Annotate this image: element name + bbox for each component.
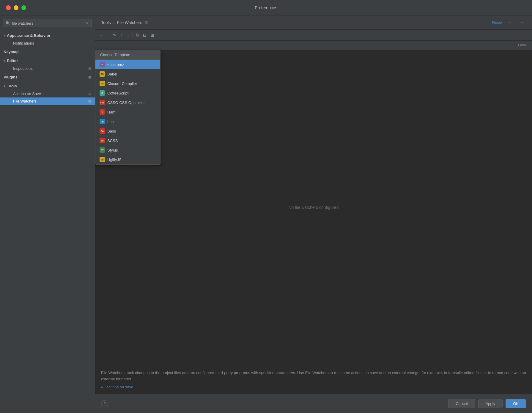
template-label: Closure Compiler xyxy=(107,81,137,86)
minimize-button[interactable] xyxy=(14,5,18,10)
title-bar: Preferences xyxy=(0,0,532,15)
sidebar-item-notifications[interactable]: Notifications xyxy=(0,40,95,47)
maximize-button[interactable] xyxy=(21,5,26,10)
template-item-less[interactable]: LE Less xyxy=(95,117,160,126)
all-actions-link[interactable]: All actions on save... xyxy=(101,385,136,389)
template-item-coffeescript[interactable]: C CoffeeScript xyxy=(95,88,160,98)
sidebar-section-appearance: ▾ Appearance & Behavior Notifications xyxy=(0,31,95,48)
table-container: Level Choose Template ≈ <custom> xyxy=(95,41,532,394)
expand-button[interactable]: ⊞ xyxy=(149,31,156,39)
description-text: File Watchers track changes to the proje… xyxy=(101,370,526,382)
template-item-scss[interactable]: SC SCSS xyxy=(95,136,160,145)
breadcrumb-parent: Tools xyxy=(101,20,111,25)
template-label: CoffeeScript xyxy=(107,91,128,95)
choose-template-header: Choose Template xyxy=(95,50,160,60)
sidebar-section-keymap: Keymap xyxy=(0,48,95,56)
main-container: 🔍 ✕ ▾ Appearance & Behavior Notification… xyxy=(0,15,532,413)
close-button[interactable] xyxy=(6,5,11,10)
sidebar-group-label: Tools xyxy=(7,84,17,88)
sidebar-section-editor: ▾ Editor Inspections ▤ xyxy=(0,56,95,73)
window-controls xyxy=(6,5,26,10)
clear-icon[interactable]: ✕ xyxy=(86,21,89,26)
scss-icon: SC xyxy=(100,138,105,143)
add-button[interactable]: + xyxy=(98,31,104,39)
sidebar-section-tools: ▾ Tools Actions on Save ▤ File Watchers … xyxy=(0,81,95,105)
help-button[interactable]: ? xyxy=(101,400,108,407)
collapse-button[interactable]: ⊟ xyxy=(141,31,148,39)
sidebar-item-keymap[interactable]: Keymap xyxy=(0,48,95,56)
settings-icon: ▤ xyxy=(88,99,91,103)
breadcrumb-current: File Watchers xyxy=(117,20,142,25)
csso-icon: CSS xyxy=(100,100,105,105)
sidebar-item-tools[interactable]: ▾ Tools xyxy=(0,82,95,90)
sass-icon: SA xyxy=(100,128,105,134)
settings-icon: ▤ xyxy=(88,75,91,79)
table-header: Level xyxy=(95,41,532,50)
table-body: Choose Template ≈ <custom> JS Babel xyxy=(95,50,532,365)
sidebar-item-file-watchers[interactable]: File Watchers ▤ xyxy=(0,97,95,105)
forward-button[interactable]: → xyxy=(518,19,526,26)
search-box[interactable]: 🔍 ✕ xyxy=(3,19,92,27)
template-label: SCSS xyxy=(107,138,118,143)
sidebar-item-label: Actions on Save xyxy=(13,92,88,96)
move-down-button[interactable]: ↓ xyxy=(125,31,131,39)
template-label: <custom> xyxy=(107,62,124,67)
template-label: Less xyxy=(107,119,115,124)
template-label: Stylus xyxy=(107,148,118,152)
template-label: Babel xyxy=(107,72,117,76)
sidebar-item-label: Notifications xyxy=(13,41,91,45)
window-title: Preferences xyxy=(255,5,277,10)
reset-button[interactable]: Reset xyxy=(492,20,502,25)
breadcrumb: Tools › File Watchers ▤ xyxy=(101,20,148,25)
sidebar-group-label: Appearance & Behavior xyxy=(7,33,51,38)
uglify-icon: JS xyxy=(100,157,105,162)
back-button[interactable]: ← xyxy=(506,19,514,26)
sidebar-group-label: Editor xyxy=(7,59,18,63)
move-up-button[interactable]: ↑ xyxy=(119,31,125,39)
sidebar-section-plugins: Plugins ▤ xyxy=(0,73,95,81)
sidebar-item-editor[interactable]: ▾ Editor xyxy=(0,57,95,65)
template-item-babel[interactable]: JS Babel xyxy=(95,69,160,79)
babel-icon: JS xyxy=(100,71,105,77)
template-item-csso[interactable]: CSS CSSO CSS Optimizer xyxy=(95,98,160,107)
cancel-button[interactable]: Cancel xyxy=(448,399,475,408)
ok-button[interactable]: OK xyxy=(506,399,526,408)
coffee-icon: C xyxy=(100,90,105,96)
template-item-haml[interactable]: H Haml xyxy=(95,107,160,117)
settings-icon: ▤ xyxy=(88,92,91,96)
choose-template-menu: Choose Template ≈ <custom> JS Babel xyxy=(95,50,160,165)
sidebar: 🔍 ✕ ▾ Appearance & Behavior Notification… xyxy=(0,15,95,413)
custom-icon: ≈ xyxy=(100,62,105,67)
description-area: File Watchers track changes to the proje… xyxy=(95,365,532,394)
template-item-custom[interactable]: ≈ <custom> xyxy=(95,60,160,69)
sidebar-item-plugins[interactable]: Plugins ▤ xyxy=(0,73,95,81)
copy-button[interactable]: ⎘ xyxy=(135,31,141,39)
edit-button[interactable]: ✎ xyxy=(111,31,118,39)
chevron-down-icon: ▾ xyxy=(4,34,5,37)
haml-icon: H xyxy=(100,109,105,115)
toolbar: + − ✎ ↑ ↓ ⎘ ⊟ ⊞ xyxy=(95,30,532,41)
sidebar-item-actions-on-save[interactable]: Actions on Save ▤ xyxy=(0,90,95,97)
sidebar-item-label: Keymap xyxy=(4,50,19,54)
template-label: Haml xyxy=(107,110,116,114)
template-item-stylus[interactable]: ST Stylus xyxy=(95,145,160,155)
remove-button[interactable]: − xyxy=(105,31,111,39)
template-label: Sass xyxy=(107,129,116,133)
apply-button[interactable]: Apply xyxy=(478,399,503,408)
template-item-closure-compiler[interactable]: JS Closure Compiler xyxy=(95,79,160,88)
chevron-down-icon: ▾ xyxy=(4,59,5,62)
breadcrumb-icon: ▤ xyxy=(144,21,148,25)
footer-left: ? xyxy=(101,400,108,407)
sidebar-item-appearance-behavior[interactable]: ▾ Appearance & Behavior xyxy=(0,31,95,40)
search-input[interactable] xyxy=(12,21,84,26)
template-label: CSSO CSS Optimizer xyxy=(107,100,145,105)
search-icon: 🔍 xyxy=(6,21,10,25)
less-icon: LE xyxy=(100,119,105,124)
template-item-sass[interactable]: SA Sass xyxy=(95,126,160,136)
sidebar-item-inspections[interactable]: Inspections ▤ xyxy=(0,65,95,72)
footer-right: Cancel Apply OK xyxy=(448,399,526,408)
template-item-uglifyjs[interactable]: JS UglifyJS xyxy=(95,155,160,164)
stylus-icon: ST xyxy=(100,147,105,153)
closure-icon: JS xyxy=(100,81,105,86)
content-area: Tools › File Watchers ▤ Reset ← → + − ✎ … xyxy=(95,15,532,413)
